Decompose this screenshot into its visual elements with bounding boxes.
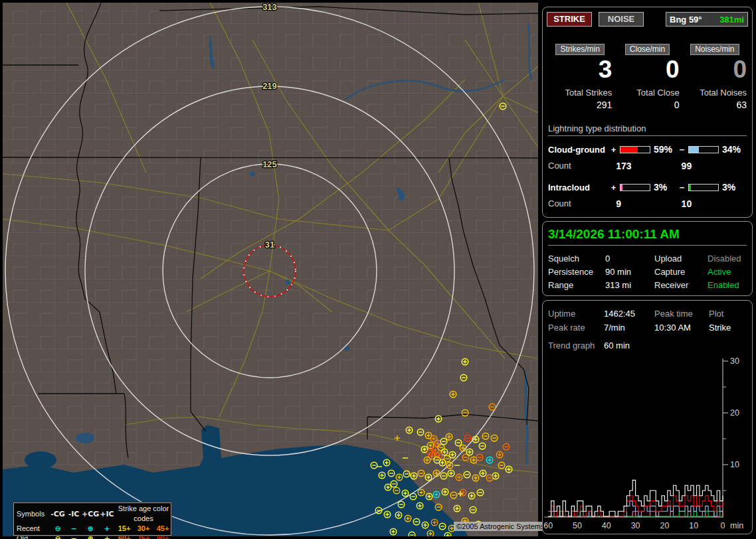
peak-time-label: Peak time: [654, 307, 709, 321]
info-row: Peak rate 7/min 10:30 AM Strike: [548, 321, 747, 335]
info-row: Uptime 1462:45 Peak time Plot: [548, 307, 747, 321]
peak-rate-label: Peak rate: [548, 321, 604, 335]
peak-time-value: 10:30 AM: [654, 321, 709, 335]
legend-age-threshold: 15+: [115, 524, 134, 534]
total-close-value: 0: [615, 100, 679, 110]
legend-age-threshold: 45+: [153, 524, 172, 534]
total-noises-label: Total Noises: [683, 88, 747, 98]
svg-text:30: 30: [631, 521, 640, 530]
legend-col-neg-ic: -IC: [66, 509, 82, 519]
plot-label: Plot: [709, 307, 747, 321]
map-legend: Symbols -CG -IC +CG +IC Strike age color…: [13, 502, 171, 536]
legend-age-title: Strike age color codes: [115, 504, 172, 524]
intracloud-count-row: Count 9 10: [548, 198, 747, 209]
svg-text:10: 10: [730, 460, 739, 469]
persistence-label: Persistence: [548, 266, 605, 279]
legend-symbol-pos-cg-icon: ⊕: [82, 534, 99, 539]
bearing-value: Bng 59°: [670, 15, 702, 25]
legend-header-row: Symbols -CG -IC +CG +IC Strike age color…: [17, 504, 168, 524]
noises-per-min-column: Noises/min 0 Total Noises 63: [683, 44, 747, 110]
lightning-map[interactable]: 31321912531: [0, 0, 539, 539]
close-per-min-button[interactable]: Close/min: [625, 44, 670, 55]
lake-pontchartrain: [25, 451, 56, 469]
ic-plus-pct: 3%: [652, 182, 678, 193]
legend-col-pos-ic: +IC: [99, 509, 115, 519]
capture-label: Capture: [654, 266, 708, 279]
strike-mode-button[interactable]: STRIKE: [547, 12, 592, 27]
svg-text:50: 50: [573, 521, 582, 530]
total-strikes-label: Total Strikes: [548, 88, 612, 98]
strikes-per-min-value: 3: [548, 56, 612, 83]
cg-minus-count: 99: [682, 161, 747, 171]
legend-row-recent: Recent⊖−⊕+15+30+45+: [17, 524, 168, 534]
minus-sign: −: [678, 183, 686, 193]
strikes-per-min-button[interactable]: Strikes/min: [555, 44, 604, 55]
ic-count-label: Count: [548, 198, 616, 209]
receiver-status: Enabled: [708, 279, 747, 292]
lightning-distribution-section: Lightning type distribution Cloud-ground…: [548, 123, 747, 209]
svg-text:30: 30: [730, 356, 739, 366]
squelch-value: 0: [605, 252, 654, 266]
uptime-value: 1462:45: [604, 307, 654, 321]
cg-minus-bar: [688, 146, 719, 153]
minus-sign: −: [678, 145, 686, 155]
strike-stats-panel: STRIKE NOISE Bng 59° 381mi Strikes/min 3…: [542, 7, 753, 218]
legend-symbol-neg-ic-icon: −: [66, 524, 82, 534]
datetime-display: 3/14/2026 11:00:11 AM: [548, 227, 747, 246]
legend-age-threshold: 30+: [134, 524, 153, 534]
legend-row-old: Old⊖−⊕+60+75+90+: [17, 534, 168, 539]
ic-minus-count: 10: [682, 198, 747, 209]
legend-symbol-pos-ic-icon: +: [99, 524, 115, 534]
status-row: Squelch 0 Upload Disabled: [548, 252, 747, 266]
legend-symbol-pos-ic-icon: +: [99, 534, 115, 539]
svg-text:60: 60: [543, 521, 553, 530]
upload-status: Disabled: [708, 252, 747, 266]
cloud-ground-label: Cloud-ground: [548, 145, 609, 155]
legend-symbol-neg-cg-icon: ⊖: [50, 534, 66, 539]
ic-plus-bar: [620, 184, 650, 191]
range-value: 313 mi: [605, 279, 654, 292]
svg-text:min: min: [730, 521, 743, 530]
status-panel: 3/14/2026 11:00:11 AM Squelch 0 Upload D…: [542, 221, 753, 296]
svg-text:10: 10: [689, 521, 698, 530]
distribution-title: Lightning type distribution: [548, 123, 747, 136]
total-close-label: Total Close: [615, 88, 679, 98]
ic-minus-bar: [688, 184, 719, 191]
ic-minus-pct: 3%: [721, 182, 746, 193]
legend-symbol-neg-cg-icon: ⊖: [50, 524, 66, 534]
squelch-label: Squelch: [548, 252, 605, 266]
receiver-label: Receiver: [654, 279, 708, 292]
range-label: Range: [548, 279, 605, 292]
trend-panel: Uptime 1462:45 Peak time Plot Peak rate …: [542, 300, 753, 534]
legend-col-neg-cg: -CG: [50, 509, 66, 519]
legend-age-threshold: 75+: [134, 534, 153, 539]
upload-label: Upload: [654, 252, 708, 266]
svg-text:313: 313: [262, 2, 277, 12]
copyright-notice: ©2005 Astrogenic Systems: [454, 522, 547, 531]
cg-count-label: Count: [548, 161, 616, 171]
svg-text:31: 31: [265, 240, 274, 250]
total-strikes-value: 291: [548, 100, 612, 110]
legend-symbols-label: Symbols: [17, 509, 50, 519]
svg-text:20: 20: [660, 521, 669, 530]
cg-plus-count: 173: [616, 161, 681, 171]
trend-graph: 3020106050403020100min: [543, 351, 752, 534]
trend-graph-label: Trend graph: [548, 341, 604, 350]
cg-plus-pct: 59%: [652, 144, 678, 155]
ic-plus-count: 9: [616, 198, 681, 209]
noise-mode-button[interactable]: NOISE: [599, 12, 644, 27]
cg-plus-bar: [620, 146, 650, 153]
svg-text:125: 125: [262, 159, 277, 169]
svg-text:219: 219: [262, 81, 277, 91]
strikes-per-min-column: Strikes/min 3 Total Strikes 291: [548, 44, 612, 110]
svg-text:40: 40: [602, 521, 611, 530]
legend-age-threshold: 90+: [153, 534, 172, 539]
status-row: Persistence 90 min Capture Active: [548, 266, 747, 279]
intracloud-row: Intracloud + 3% − 3%: [548, 182, 747, 193]
plot-value: Strike: [709, 321, 747, 335]
status-row: Range 313 mi Receiver Enabled: [548, 279, 747, 292]
cloud-ground-row: Cloud-ground + 59% − 34%: [548, 144, 747, 155]
total-noises-value: 63: [683, 100, 747, 110]
noises-per-min-button[interactable]: Noises/min: [690, 44, 739, 55]
bearing-readout: Bng 59° 381mi: [666, 12, 748, 27]
